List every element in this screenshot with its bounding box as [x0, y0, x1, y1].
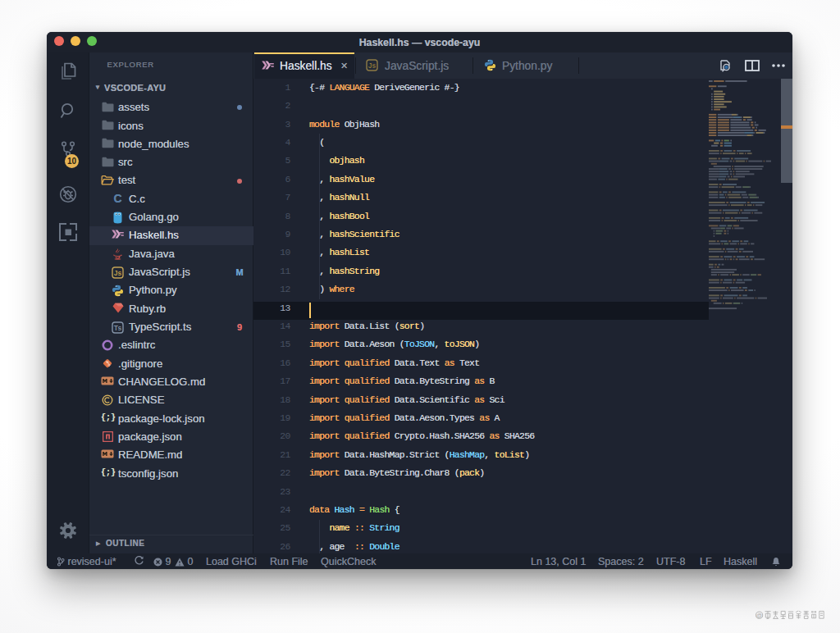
svg-text:Js: Js [114, 269, 122, 277]
svg-text:@: @ [756, 613, 762, 618]
svg-text:Ts: Ts [114, 324, 122, 332]
svg-text:Js: Js [368, 61, 377, 70]
